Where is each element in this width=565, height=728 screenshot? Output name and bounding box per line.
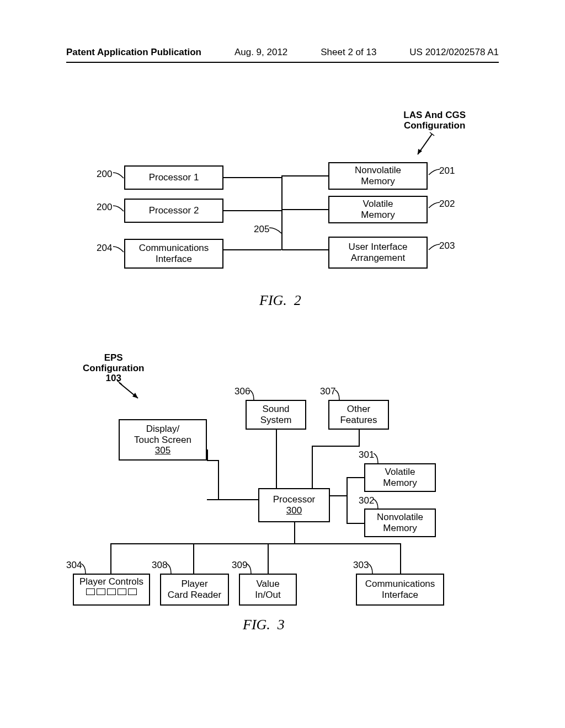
- fig3-caption: FIG. 3: [243, 617, 285, 633]
- fig2-box-processor1: Processor 1: [124, 165, 223, 190]
- fig3-conn: [347, 477, 364, 478]
- fig2-ui-label: User Interface Arrangement: [349, 242, 408, 263]
- fig3-conn: [276, 430, 277, 488]
- fig3-pcontrols-label: Player Controls: [79, 576, 143, 587]
- fig3-leader: [374, 498, 383, 510]
- fig3-conn: [294, 522, 295, 544]
- fig2-title-arrow-icon: [413, 131, 435, 159]
- fig3-preader-label: Player Card Reader: [168, 579, 221, 600]
- fig3-display-l2: Touch Screen: [134, 435, 191, 446]
- header-date: Aug. 9, 2012: [234, 47, 287, 58]
- fig3-conn: [347, 523, 364, 524]
- fig3-conn: [312, 446, 360, 447]
- svg-marker-4: [132, 393, 138, 398]
- fig2-leader: [113, 171, 125, 180]
- fig3-conn: [312, 446, 313, 488]
- fig2-box-nvmem: Nonvolatile Memory: [328, 162, 428, 190]
- fig3-processor-label: Processor: [273, 494, 316, 505]
- fig3-conn: [207, 460, 219, 461]
- fig2-leader: [428, 168, 441, 176]
- fig2-conn: [282, 249, 328, 250]
- fig2-ref-201: 201: [439, 165, 455, 176]
- fig3-title-l1: EPS: [104, 352, 123, 363]
- fig2-title-line1: LAS And CGS: [403, 110, 466, 120]
- header-pubno: US 2012/0202578 A1: [409, 47, 499, 58]
- fig3-conn: [268, 543, 269, 574]
- fig3-leader: [247, 563, 257, 575]
- fig3-box-comm: Communications Interface: [356, 574, 444, 606]
- header-sheet: Sheet 2 of 13: [321, 47, 376, 58]
- fig3-box-value-inout: Value In/Out: [239, 574, 297, 606]
- fig3-valio-label: Value In/Out: [255, 579, 280, 600]
- fig3-box-processor: Processor 300: [258, 488, 330, 522]
- fig2-title-line2: Configuration: [404, 120, 465, 131]
- fig3-conn: [359, 430, 360, 446]
- fig3-conn: [218, 461, 219, 499]
- fig3-leader: [368, 563, 378, 575]
- header-publication: Patent Application Publication: [66, 47, 201, 58]
- svg-line-5: [117, 381, 122, 384]
- fig3-conn: [347, 477, 348, 524]
- fig3-leader: [167, 563, 177, 575]
- fig2-processor2-label: Processor 2: [149, 205, 199, 216]
- fig2-box-processor2: Processor 2: [124, 199, 223, 223]
- fig2-conn: [282, 209, 328, 210]
- fig3-processor-ref: 300: [286, 505, 302, 516]
- fig2-leader: [428, 243, 441, 251]
- fig2-leader: [113, 204, 125, 213]
- fig2-vmem-label: Volatile Memory: [361, 199, 395, 220]
- fig3-ref-304: 304: [66, 560, 82, 571]
- fig3-leader: [81, 563, 91, 575]
- header-rule: [66, 62, 499, 63]
- fig3-ref-306: 306: [234, 386, 250, 397]
- fig3-title-arrow-icon: [117, 379, 143, 403]
- page-header: Patent Application Publication Aug. 9, 2…: [66, 47, 499, 58]
- fig2-leader: [428, 201, 441, 210]
- fig3-conn: [330, 495, 347, 496]
- fig2-ref-200b: 200: [97, 202, 112, 213]
- fig2-caption: FIG. 2: [259, 292, 301, 309]
- fig3-box-nvmem: Nonvolatile Memory: [364, 508, 436, 537]
- fig2-conn: [223, 249, 281, 250]
- fig2-ref-205: 205: [254, 224, 269, 235]
- fig2-conn: [223, 177, 281, 178]
- fig2-ref-202: 202: [439, 199, 455, 210]
- fig2-ref-200a: 200: [97, 169, 112, 180]
- fig2-box-vmem: Volatile Memory: [328, 196, 428, 223]
- fig3-ref-303: 303: [353, 560, 369, 571]
- fig3-box-display: Display/ Touch Screen 305: [119, 419, 207, 461]
- fig3-conn: [110, 543, 400, 544]
- fig3-leader: [335, 389, 345, 401]
- fig3-ref-307: 307: [320, 386, 335, 397]
- fig3-display-ref: 305: [155, 445, 170, 456]
- fig3-display-l1: Display/: [146, 424, 179, 435]
- fig3-conn: [400, 543, 401, 574]
- fig3-pc-buttons-icon: [86, 588, 137, 595]
- fig3-other-label: Other Features: [340, 404, 377, 425]
- fig3-ref-302: 302: [359, 495, 374, 506]
- fig3-ref-308: 308: [152, 560, 167, 571]
- fig3-leader: [249, 389, 259, 401]
- fig2-box-comm: Communications Interface: [124, 239, 223, 269]
- fig2-leader: [269, 226, 283, 235]
- fig3-conn: [207, 449, 208, 461]
- fig3-box-other: Other Features: [328, 400, 389, 430]
- fig3-comm-label: Communications Interface: [365, 579, 435, 600]
- fig2-ref-203: 203: [439, 240, 455, 251]
- fig2-processor1-label: Processor 1: [149, 172, 199, 183]
- fig3-ref-301: 301: [359, 449, 374, 461]
- fig3-vmem-label: Volatile Memory: [383, 467, 417, 488]
- fig3-leader: [374, 452, 383, 464]
- fig3-box-vmem: Volatile Memory: [364, 463, 436, 492]
- fig2-conn: [282, 175, 328, 176]
- fig2-bus: [281, 175, 282, 250]
- fig3-conn: [193, 543, 194, 574]
- fig2-box-ui: User Interface Arrangement: [328, 237, 428, 269]
- fig2-title: LAS And CGS Configuration: [403, 110, 466, 131]
- svg-line-2: [430, 132, 434, 136]
- fig3-conn: [207, 499, 258, 500]
- fig2-nvmem-label: Nonvolatile Memory: [355, 165, 401, 186]
- fig2-conn: [223, 210, 281, 211]
- fig3-conn: [110, 543, 111, 574]
- figure-3: EPS Configuration 103 Display/ Touch Scr…: [66, 353, 499, 640]
